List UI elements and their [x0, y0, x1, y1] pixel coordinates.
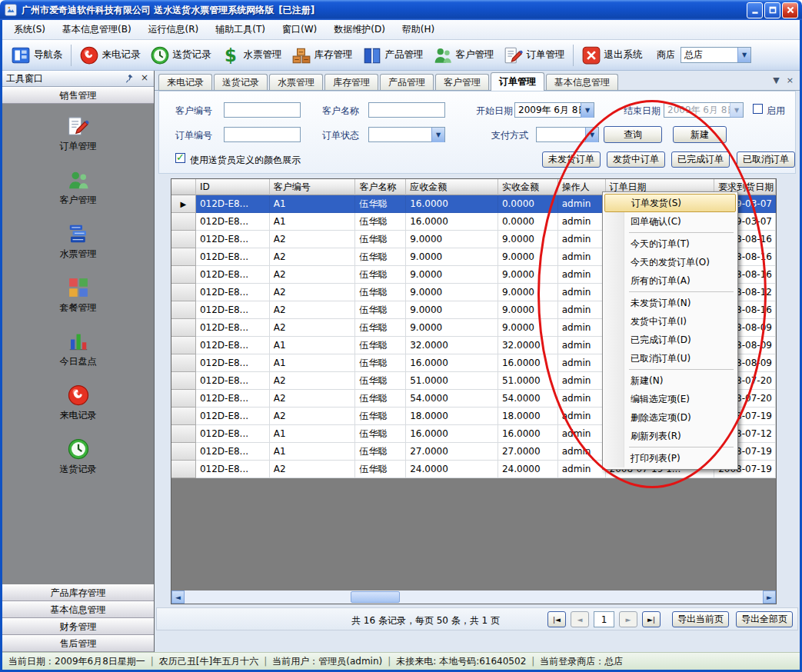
tab-1[interactable]: 来电记录	[158, 74, 212, 90]
tab-5[interactable]: 产品管理	[380, 74, 434, 90]
context-menu-item[interactable]: 已完成订单(D)	[604, 331, 736, 349]
column-header-4[interactable]: 应收金额	[406, 179, 498, 195]
row-header-cell[interactable]	[171, 337, 196, 354]
status-filter-button-2[interactable]: 发货中订单	[607, 151, 665, 168]
scrollbar-thumb[interactable]	[351, 591, 400, 603]
start-date-picker[interactable]: 2009年 6月 8日 ▼	[514, 102, 594, 118]
context-menu-item[interactable]: 打印列表(P)	[604, 449, 736, 467]
row-header-cell[interactable]	[171, 301, 196, 319]
sidebar-item-order[interactable]: 订单管理	[2, 115, 154, 168]
context-menu-item[interactable]: 已取消订单(U)	[604, 349, 736, 368]
menu-item-5[interactable]: 窗口(W)	[274, 19, 325, 40]
tab-8[interactable]: 基本信息管理	[546, 74, 618, 90]
sidebar-group-4[interactable]: 售后管理	[2, 635, 154, 652]
menu-item-4[interactable]: 辅助工具(T)	[207, 19, 274, 40]
horizontal-scrollbar[interactable]: ◄ ►	[171, 590, 776, 604]
tab-4[interactable]: 库存管理	[324, 74, 378, 90]
context-menu-item[interactable]: 今天的发货订单(O)	[604, 253, 736, 271]
menu-item-2[interactable]: 基本信息管理(B)	[54, 19, 140, 40]
toolbar-product-button[interactable]: 产品管理	[358, 43, 428, 68]
prev-page-button[interactable]: ◄	[571, 611, 589, 627]
row-header-cell[interactable]	[171, 319, 196, 337]
chevron-down-icon[interactable]: ▼	[585, 128, 598, 142]
toolbar-exit-button[interactable]: 退出系统	[577, 43, 647, 68]
shop-combobox[interactable]: 总店 ▼	[681, 47, 751, 63]
sidebar-item-package[interactable]: 套餐管理	[2, 276, 154, 330]
menu-item-7[interactable]: 帮助(H)	[394, 19, 443, 40]
toolbar-water-ticket-button[interactable]: $水票管理	[216, 43, 287, 68]
sidebar-group-3[interactable]: 财务管理	[2, 618, 154, 635]
scroll-left-icon[interactable]: ◄	[171, 590, 185, 604]
toolbar-inventory-button[interactable]: 库存管理	[287, 43, 358, 68]
row-header-cell[interactable]	[171, 390, 196, 408]
row-header-cell[interactable]	[171, 284, 196, 301]
first-page-button[interactable]: |◄	[547, 611, 566, 627]
sidebar-group-sales[interactable]: 销售管理	[2, 87, 154, 104]
end-date-picker[interactable]: 2009年 6月 8日 ▼	[664, 102, 744, 118]
customer-code-input[interactable]	[224, 102, 301, 118]
sidebar-item-customer[interactable]: 客户管理	[2, 168, 154, 222]
context-menu-item[interactable]: 新建(N)	[604, 371, 736, 390]
context-menu-item[interactable]: 删除选定项(D)	[604, 408, 736, 427]
search-button[interactable]: 查询	[604, 126, 662, 143]
row-header-cell[interactable]	[171, 213, 196, 231]
delivery-color-checkbox[interactable]	[175, 153, 185, 163]
pay-method-combobox[interactable]: ▼	[536, 127, 599, 142]
tab-7[interactable]: 订单管理	[491, 72, 544, 91]
pin-icon[interactable]	[125, 73, 135, 84]
sidebar-item-chart[interactable]: 今日盘点	[2, 330, 154, 384]
toolbar-incoming-call-button[interactable]: 来电记录	[75, 43, 145, 68]
page-number-input[interactable]	[594, 611, 614, 627]
next-page-button[interactable]: ►	[619, 611, 637, 627]
tab-3[interactable]: 水票管理	[269, 74, 323, 90]
tab-close-icon[interactable]: ×	[787, 75, 794, 85]
context-menu-item[interactable]: 订单发货(S)	[604, 194, 736, 212]
status-filter-button-1[interactable]: 未发货订单	[542, 151, 601, 168]
status-filter-button-4[interactable]: 已取消订单	[737, 151, 795, 168]
order-code-input[interactable]	[224, 127, 301, 142]
row-header-cell[interactable]	[171, 443, 196, 461]
context-menu-item[interactable]: 发货中订单(I)	[604, 312, 736, 331]
row-header-cell[interactable]	[171, 248, 196, 266]
sidebar-group-2[interactable]: 基本信息管理	[2, 601, 154, 618]
sidebar-item-incoming-call[interactable]: 来电记录	[2, 384, 154, 437]
chevron-down-icon[interactable]: ▼	[431, 128, 444, 142]
last-page-button[interactable]: ►|	[642, 611, 661, 627]
row-header-cell[interactable]	[171, 231, 196, 248]
customer-name-input[interactable]	[368, 102, 445, 118]
toolbar-customer-button[interactable]: 客户管理	[428, 43, 499, 68]
row-header-cell[interactable]	[171, 461, 196, 478]
row-header-cell[interactable]	[171, 425, 196, 443]
status-filter-button-3[interactable]: 已完成订单	[671, 151, 730, 168]
row-header-cell[interactable]	[171, 372, 196, 390]
tab-6[interactable]: 客户管理	[435, 74, 489, 90]
sidebar-group-1[interactable]: 产品库存管理	[2, 584, 154, 601]
column-header-2[interactable]: 客户编号	[270, 179, 356, 195]
column-header-5[interactable]: 实收金额	[498, 179, 558, 195]
menu-item-3[interactable]: 运行信息(R)	[140, 19, 208, 40]
toolbar-navigator-button[interactable]: 导航条	[6, 43, 68, 68]
sidebar-item-water-ticket-books[interactable]: 水票管理	[2, 222, 154, 276]
context-menu-item[interactable]: 未发货订单(N)	[604, 294, 736, 312]
column-header-1[interactable]: ID	[196, 179, 270, 195]
tool-window-close-icon[interactable]: ×	[141, 72, 148, 83]
close-button[interactable]	[782, 2, 798, 18]
context-menu-item[interactable]: 编辑选定项(E)	[604, 390, 736, 408]
row-header-cell[interactable]: ▶	[171, 195, 196, 213]
column-header-6[interactable]: 操作人	[558, 179, 606, 195]
context-menu-item[interactable]: 刷新列表(R)	[604, 427, 736, 445]
chevron-down-icon[interactable]: ▼	[581, 103, 594, 118]
context-menu-item[interactable]: 回单确认(C)	[604, 212, 736, 231]
tab-list-dropdown-icon[interactable]: ▼	[773, 75, 779, 85]
context-menu-item[interactable]: 今天的订单(T)	[604, 235, 736, 253]
sidebar-item-delivery-clock[interactable]: 送货记录	[2, 437, 154, 491]
maximize-button[interactable]	[764, 2, 780, 18]
scroll-right-icon[interactable]: ►	[763, 590, 776, 604]
column-header-3[interactable]: 客户名称	[355, 179, 406, 195]
toolbar-delivery-clock-button[interactable]: 送货记录	[145, 43, 216, 68]
toolbar-order-button[interactable]: 订单管理	[499, 43, 570, 68]
enable-checkbox[interactable]	[753, 104, 763, 114]
row-header-cell[interactable]	[171, 266, 196, 284]
row-header-cell[interactable]	[171, 354, 196, 372]
export-all-pages-button[interactable]: 导出全部页	[736, 611, 793, 627]
